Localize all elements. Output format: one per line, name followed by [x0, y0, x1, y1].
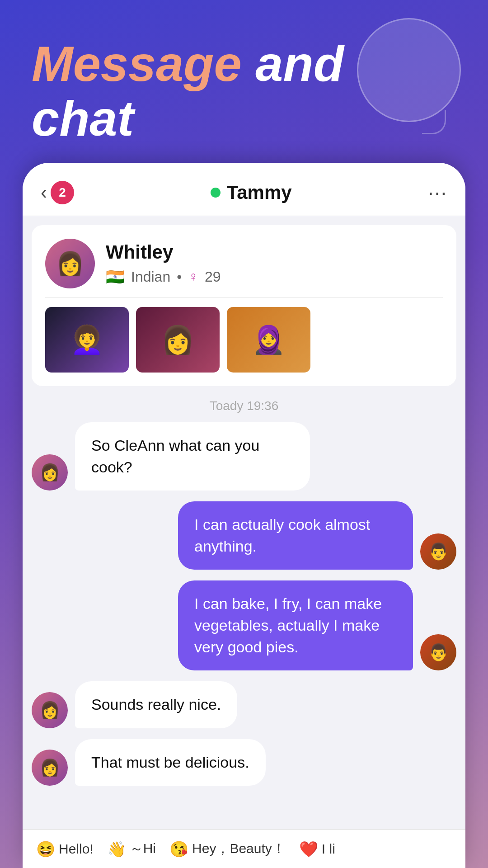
profile-photo-2[interactable]: 👩: [136, 307, 220, 373]
timestamp: Toady 19:36: [23, 391, 465, 418]
topbar: ‹ 2 Tammy ···: [23, 163, 465, 216]
contact-name: Tammy: [227, 182, 292, 203]
avatar: 👩: [32, 750, 68, 786]
profile-photo-3[interactable]: 🧕: [227, 307, 310, 373]
quick-reply-hi-label: ～Hi: [130, 840, 156, 858]
profile-meta: 🇮🇳 Indian • ♀ 29: [106, 268, 221, 286]
message-text: I can bake, I fry, I can make vegetables…: [194, 595, 382, 655]
headline-message: Message: [32, 36, 242, 91]
profile-name: Whitley: [106, 241, 221, 263]
message-text: So CleAnn what can you cook?: [91, 437, 259, 476]
message-row: 👩 Sounds really nice.: [32, 681, 456, 728]
hi-emoji: 👋: [107, 840, 126, 858]
bubble-decoration: [357, 18, 461, 122]
more-options-button[interactable]: ···: [428, 181, 447, 204]
quick-reply-hello-label: Hello!: [59, 841, 94, 857]
message-bubble: That must be delicious.: [75, 739, 266, 786]
heart-emoji: ❤️: [299, 840, 318, 858]
quick-reply-beauty[interactable]: 😘 Hey，Beauty！: [169, 840, 286, 858]
message-bubble: I can actually cook almost anything.: [178, 501, 413, 570]
online-status-dot: [211, 188, 221, 198]
back-chevron-icon: ‹: [41, 182, 47, 203]
quick-reply-hi[interactable]: 👋 ～Hi: [107, 840, 156, 858]
topbar-center: Tammy: [83, 182, 419, 203]
message-bubble: I can bake, I fry, I can make vegetables…: [178, 580, 413, 670]
avatar: 👨: [420, 634, 456, 670]
message-row: 👩 So CleAnn what can you cook?: [32, 422, 456, 491]
nationality-label: Indian: [131, 269, 170, 285]
avatar-icon: 👩: [56, 250, 84, 277]
avatar: 👩: [32, 454, 68, 491]
chat-screen: ‹ 2 Tammy ··· 👩 Whitley 🇮🇳 Indian: [23, 163, 465, 868]
message-text: Sounds really nice.: [91, 696, 221, 713]
phone-mockup: ‹ 2 Tammy ··· 👩 Whitley 🇮🇳 Indian: [23, 163, 465, 868]
profile-info: 👩 Whitley 🇮🇳 Indian • ♀ 29: [45, 239, 443, 288]
message-row: 👨 I can actually cook almost anything.: [32, 501, 456, 570]
hello-emoji: 😆: [36, 840, 55, 858]
photo-figure-2: 👩: [136, 307, 220, 373]
divider: [45, 297, 443, 298]
quick-reply-hello[interactable]: 😆 Hello!: [36, 840, 94, 858]
quick-replies-bar: 😆 Hello! 👋 ～Hi 😘 Hey，Beauty！ ❤️ I li: [23, 829, 465, 868]
back-button[interactable]: ‹ 2: [41, 181, 74, 204]
beauty-emoji: 😘: [169, 840, 188, 858]
quick-reply-like-label: I li: [322, 841, 335, 857]
age-label: 29: [205, 269, 221, 285]
profile-photos: 👩‍🦱 👩 🧕: [45, 307, 443, 373]
message-row: 👩 That must be delicious.: [32, 739, 456, 786]
avatar: 👩: [32, 692, 68, 728]
dot-separator: •: [177, 269, 182, 285]
avatar: 👨: [420, 533, 456, 570]
profile-card[interactable]: 👩 Whitley 🇮🇳 Indian • ♀ 29 👩‍🦱: [32, 225, 456, 386]
message-row: 👨 I can bake, I fry, I can make vegetabl…: [32, 580, 456, 670]
photo-figure-1: 👩‍🦱: [45, 307, 129, 373]
quick-reply-like[interactable]: ❤️ I li: [299, 840, 335, 858]
headline-and: and: [255, 36, 344, 91]
notification-badge: 2: [51, 181, 74, 204]
message-text: I can actually cook almost anything.: [194, 516, 370, 555]
messages-area: 👩 So CleAnn what can you cook? 👨 I can a…: [23, 418, 465, 829]
profile-photo-1[interactable]: 👩‍🦱: [45, 307, 129, 373]
message-bubble: So CleAnn what can you cook?: [75, 422, 310, 491]
profile-details: Whitley 🇮🇳 Indian • ♀ 29: [106, 241, 221, 286]
profile-avatar: 👩: [45, 239, 95, 288]
gender-icon: ♀: [188, 269, 198, 284]
message-bubble: Sounds really nice.: [75, 681, 237, 728]
quick-reply-beauty-label: Hey，Beauty！: [192, 840, 286, 858]
message-text: That must be delicious.: [91, 754, 249, 771]
flag-icon: 🇮🇳: [106, 268, 125, 286]
photo-figure-3: 🧕: [227, 307, 310, 373]
